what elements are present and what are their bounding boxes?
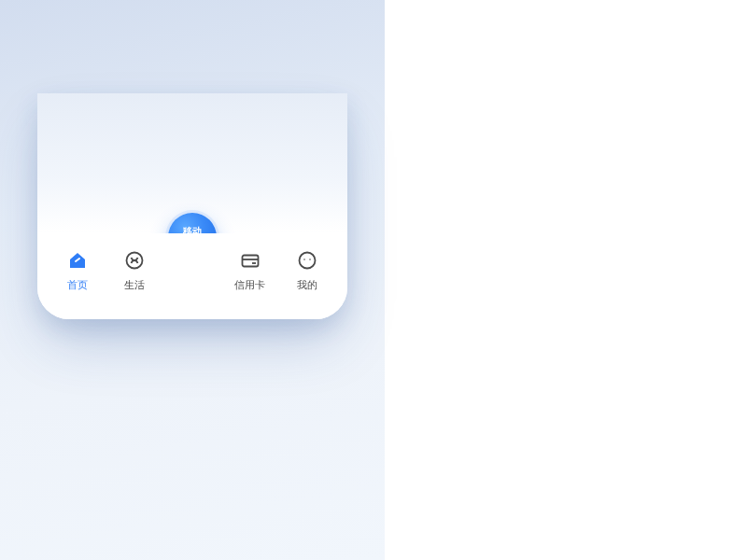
tab-life-label: 生活 — [124, 278, 145, 292]
phone-card: 移动 支付 首页 — [37, 93, 347, 319]
tab-life[interactable]: 生活 — [109, 248, 160, 292]
tab-home[interactable]: 首页 — [52, 248, 103, 292]
tab-home-label: 首页 — [67, 278, 88, 292]
face-icon — [295, 248, 319, 273]
tab-credit-card-label: 信用卡 — [234, 278, 265, 292]
canvas: 移动 支付 首页 — [0, 0, 747, 560]
tab-bar: 首页 生活 — [37, 233, 347, 319]
card-icon — [238, 248, 262, 273]
home-icon — [65, 248, 90, 273]
svg-point-4 — [300, 252, 316, 268]
knot-icon — [122, 248, 147, 273]
tab-mine[interactable]: 我的 — [282, 248, 332, 292]
svg-point-5 — [303, 259, 305, 260]
center-slot — [167, 247, 218, 292]
svg-rect-1 — [242, 255, 258, 266]
svg-point-6 — [309, 259, 311, 260]
tab-mine-label: 我的 — [297, 278, 317, 292]
tab-credit-card[interactable]: 信用卡 — [225, 248, 275, 292]
